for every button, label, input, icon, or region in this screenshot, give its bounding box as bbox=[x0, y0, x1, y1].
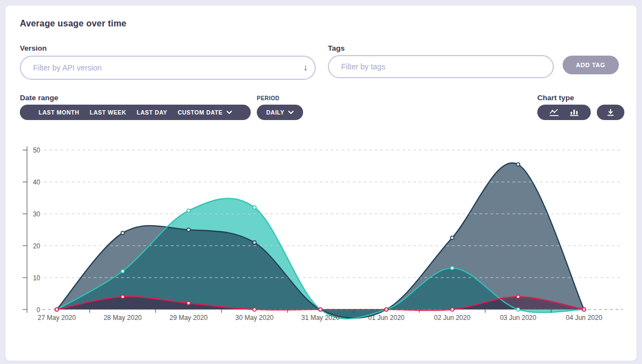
chart-type-group bbox=[537, 105, 591, 120]
svg-text:10: 10 bbox=[33, 274, 41, 282]
svg-text:27 May 2020: 27 May 2020 bbox=[37, 314, 76, 322]
svg-text:04 Jun 2020: 04 Jun 2020 bbox=[566, 314, 602, 322]
svg-text:29 May 2020: 29 May 2020 bbox=[170, 314, 208, 322]
period-label: PERIOD bbox=[257, 95, 279, 101]
bar-chart-icon bbox=[570, 108, 579, 116]
date-range-label: Date range bbox=[20, 94, 58, 102]
svg-text:20: 20 bbox=[33, 242, 41, 250]
tags-filter-input[interactable] bbox=[328, 55, 554, 78]
date-range-last-month[interactable]: LAST MONTH bbox=[39, 109, 79, 116]
chevron-down-icon bbox=[288, 111, 294, 114]
chart-type-label: Chart type bbox=[537, 94, 574, 102]
date-range-option-label: LAST DAY bbox=[137, 109, 168, 116]
line-chart-type-button[interactable] bbox=[549, 105, 559, 120]
svg-text:31 May 2020: 31 May 2020 bbox=[301, 314, 340, 322]
period-dropdown[interactable]: DAILY bbox=[257, 105, 303, 120]
svg-text:50: 50 bbox=[33, 146, 41, 154]
date-range-last-day[interactable]: LAST DAY bbox=[137, 109, 168, 116]
date-range-custom-date[interactable]: CUSTOM DATE bbox=[177, 109, 232, 116]
date-range-last-week[interactable]: LAST WEEK bbox=[90, 109, 126, 116]
tags-label: Tags bbox=[328, 44, 345, 52]
svg-text:28 May 2020: 28 May 2020 bbox=[104, 314, 142, 322]
usage-chart: 0102030405027 May 202028 May 202029 May … bbox=[6, 138, 636, 330]
usage-card: Average usage over time Version ↓ Tags A… bbox=[6, 6, 636, 361]
date-range-option-label: CUSTOM DATE bbox=[177, 109, 223, 116]
page-title: Average usage over time bbox=[20, 19, 126, 29]
svg-text:40: 40 bbox=[33, 178, 41, 186]
svg-text:30: 30 bbox=[33, 210, 41, 218]
chevron-down-icon bbox=[226, 111, 232, 114]
svg-text:01 Jun 2020: 01 Jun 2020 bbox=[368, 314, 404, 322]
svg-text:30 May 2020: 30 May 2020 bbox=[235, 314, 274, 322]
date-range-group: LAST MONTHLAST WEEKLAST DAYCUSTOM DATE bbox=[20, 105, 251, 120]
usage-chart-svg: 0102030405027 May 202028 May 202029 May … bbox=[6, 138, 636, 330]
period-value: DAILY bbox=[266, 109, 284, 116]
svg-text:03 Jun 2020: 03 Jun 2020 bbox=[500, 314, 536, 322]
download-button[interactable] bbox=[607, 105, 614, 120]
date-range-option-label: LAST WEEK bbox=[90, 109, 126, 116]
version-filter-input[interactable] bbox=[20, 56, 316, 80]
add-tag-button[interactable]: ADD TAG bbox=[563, 56, 619, 74]
period-dropdown-button[interactable]: DAILY bbox=[266, 109, 294, 116]
bar-chart-type-button[interactable] bbox=[570, 105, 579, 120]
download-button-pill bbox=[597, 105, 624, 120]
svg-text:02 Jun 2020: 02 Jun 2020 bbox=[434, 314, 471, 322]
line-chart-icon bbox=[549, 108, 559, 116]
svg-text:0: 0 bbox=[36, 306, 40, 314]
download-icon bbox=[607, 108, 614, 116]
date-range-option-label: LAST MONTH bbox=[39, 109, 79, 116]
version-label: Version bbox=[20, 44, 47, 52]
